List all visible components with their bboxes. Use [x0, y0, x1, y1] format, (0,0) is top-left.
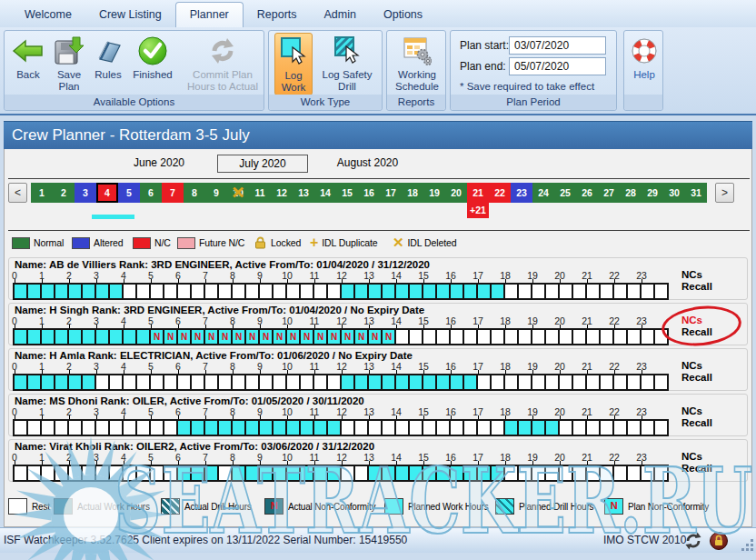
half-hour-cell[interactable] — [83, 285, 94, 298]
half-hour-cell[interactable] — [437, 466, 449, 480]
half-hour-cell[interactable] — [219, 466, 231, 480]
day-17[interactable]: 17 — [380, 183, 402, 203]
tab-admin[interactable]: Admin — [311, 3, 370, 27]
half-hour-cell[interactable] — [137, 466, 149, 480]
half-hour-cell[interactable] — [492, 421, 503, 435]
finished-button[interactable]: Finished — [126, 33, 179, 81]
half-hour-cell[interactable] — [478, 421, 490, 435]
half-hour-cell[interactable] — [274, 375, 285, 389]
half-hour-cell[interactable] — [655, 421, 667, 435]
plan-end-input[interactable] — [509, 57, 606, 75]
half-hour-cell[interactable] — [492, 285, 503, 298]
half-hour-cell[interactable] — [396, 330, 408, 344]
half-hour-cell[interactable] — [28, 330, 40, 344]
half-hour-cell[interactable] — [355, 421, 367, 435]
day-22[interactable]: 22 — [489, 183, 511, 203]
half-hour-cell[interactable]: N — [246, 330, 258, 344]
half-hour-cell[interactable] — [628, 285, 640, 298]
half-hour-cell[interactable]: N — [301, 330, 313, 344]
half-hour-cell[interactable] — [260, 421, 272, 435]
day-5[interactable]: 5 — [118, 183, 140, 203]
half-hour-cell[interactable] — [628, 466, 640, 480]
half-hour-cell[interactable] — [301, 466, 313, 480]
half-hour-cell[interactable] — [301, 285, 313, 298]
half-hour-cell[interactable] — [451, 330, 463, 344]
next-month-button[interactable]: > — [715, 183, 734, 203]
half-hour-cell[interactable] — [342, 466, 353, 480]
half-hour-cell[interactable] — [587, 330, 599, 344]
half-hour-cell[interactable] — [151, 285, 163, 298]
half-hour-cell[interactable] — [628, 330, 640, 344]
resize-grip[interactable] — [741, 539, 754, 552]
half-hour-cell[interactable] — [42, 421, 54, 435]
half-hour-cell[interactable] — [410, 330, 422, 344]
half-hour-cell[interactable] — [83, 421, 94, 435]
tab-planner[interactable]: Planner — [175, 2, 244, 27]
half-hour-cell[interactable] — [601, 285, 612, 298]
plan-start-input[interactable] — [509, 36, 606, 55]
half-hour-cell[interactable] — [410, 375, 422, 389]
ncs-label[interactable]: NCs — [681, 405, 712, 417]
lock-status-icon[interactable] — [709, 531, 729, 551]
half-hour-cell[interactable] — [287, 375, 299, 389]
half-hour-cell[interactable] — [15, 375, 26, 389]
day-3[interactable]: 3 — [75, 183, 96, 203]
half-hour-cell[interactable] — [164, 375, 176, 389]
half-hour-cell[interactable] — [505, 285, 517, 298]
recall-label[interactable]: Recall — [681, 281, 712, 293]
half-hour-cell[interactable] — [328, 421, 340, 435]
half-hour-cell[interactable] — [15, 330, 26, 344]
day-31[interactable]: 31 — [685, 183, 707, 203]
day-6[interactable]: 6 — [140, 183, 162, 203]
half-hour-cell[interactable]: N — [260, 330, 272, 344]
half-hour-cell[interactable] — [642, 375, 653, 389]
half-hour-cell[interactable] — [301, 421, 313, 435]
ncs-recall[interactable]: NCsRecall — [681, 405, 712, 429]
day-21[interactable]: 21 — [467, 183, 489, 203]
half-hour-cell[interactable] — [274, 466, 285, 480]
half-hour-cell[interactable] — [614, 330, 626, 344]
half-hour-cell[interactable] — [110, 375, 122, 389]
month-tab-august[interactable]: August 2020 — [324, 155, 411, 171]
half-hour-cell[interactable] — [192, 285, 204, 298]
log-work-button[interactable]: Log Work — [274, 33, 313, 95]
half-hour-cell[interactable] — [83, 330, 94, 344]
half-hour-cell[interactable] — [383, 375, 394, 389]
half-hour-cell[interactable] — [383, 285, 394, 298]
half-hour-cell[interactable] — [396, 375, 408, 389]
day-29[interactable]: 29 — [642, 183, 663, 203]
half-hour-cell[interactable] — [178, 375, 190, 389]
half-hour-cell[interactable] — [614, 421, 626, 435]
half-hour-cell[interactable] — [478, 330, 490, 344]
half-hour-cell[interactable] — [260, 466, 272, 480]
half-hour-cell[interactable] — [205, 421, 217, 435]
log-safety-drill-button[interactable]: Log Safety Drill — [316, 33, 378, 93]
half-hour-cell[interactable] — [55, 421, 67, 435]
half-hour-cell[interactable] — [55, 375, 67, 389]
half-hour-cell[interactable] — [55, 285, 67, 298]
half-hour-cell[interactable] — [642, 285, 653, 298]
half-hour-cell[interactable] — [42, 330, 54, 344]
half-hour-cell[interactable] — [274, 285, 285, 298]
half-hour-cell[interactable]: N — [314, 330, 326, 344]
half-hour-cell[interactable] — [192, 466, 204, 480]
half-hour-cell[interactable] — [274, 421, 285, 435]
half-hour-cell[interactable] — [328, 285, 340, 298]
half-hour-cell[interactable] — [178, 466, 190, 480]
half-hour-cell[interactable] — [423, 285, 435, 298]
half-hour-cell[interactable] — [437, 330, 449, 344]
half-hour-cell[interactable] — [192, 375, 204, 389]
half-hour-cell[interactable] — [164, 285, 176, 298]
half-hour-cell[interactable] — [205, 466, 217, 480]
half-hour-cell[interactable] — [342, 421, 353, 435]
half-hour-cell[interactable] — [124, 330, 135, 344]
half-hour-cell[interactable]: N — [151, 330, 163, 344]
half-hour-cell[interactable] — [151, 421, 163, 435]
half-hour-cell[interactable] — [69, 285, 81, 298]
half-hour-cell[interactable] — [137, 375, 149, 389]
half-hour-cell[interactable] — [96, 285, 108, 298]
half-hour-cell[interactable] — [451, 285, 463, 298]
half-hour-cell[interactable] — [451, 375, 463, 389]
half-hour-cell[interactable] — [587, 375, 599, 389]
tab-crew-listing[interactable]: Crew Listing — [85, 3, 175, 27]
